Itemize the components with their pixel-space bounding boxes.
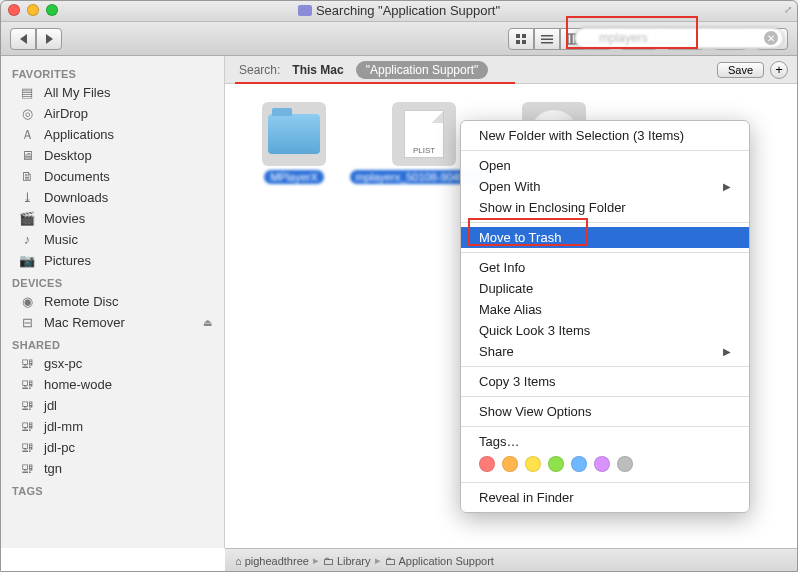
menu-get-info[interactable]: Get Info bbox=[461, 257, 749, 278]
shared-header: SHARED bbox=[0, 333, 224, 353]
sidebar-item-documents[interactable]: 🗎Documents bbox=[0, 166, 224, 187]
close-button[interactable] bbox=[8, 4, 20, 16]
scope-this-mac[interactable]: This Mac bbox=[292, 63, 343, 77]
sidebar-item-mac-remover[interactable]: ⊟Mac Remover⏏ bbox=[0, 312, 224, 333]
scope-folder[interactable]: "Application Support" bbox=[356, 61, 489, 79]
menu-view-options[interactable]: Show View Options bbox=[461, 401, 749, 422]
zoom-button[interactable] bbox=[46, 4, 58, 16]
menu-tags[interactable]: Tags… bbox=[461, 431, 749, 452]
window-controls bbox=[8, 4, 58, 16]
sidebar-item-pictures[interactable]: 📷Pictures bbox=[0, 250, 224, 271]
tags-header: TAGS bbox=[0, 479, 224, 499]
path-bar: ⌂pigheadthree ▸ 🗀Library ▸ 🗀Application … bbox=[225, 548, 798, 572]
folder-icon bbox=[298, 5, 312, 16]
nav-buttons bbox=[10, 28, 62, 50]
add-criteria-button[interactable]: + bbox=[770, 61, 788, 79]
menu-share[interactable]: Share▶ bbox=[461, 341, 749, 362]
sidebar-item-remote-disc[interactable]: ◉Remote Disc bbox=[0, 291, 224, 312]
tag-color[interactable] bbox=[571, 456, 587, 472]
home-icon: ⌂ bbox=[235, 555, 242, 567]
path-appsupport[interactable]: 🗀Application Support bbox=[385, 555, 494, 567]
menu-duplicate[interactable]: Duplicate bbox=[461, 278, 749, 299]
forward-button[interactable] bbox=[36, 28, 62, 50]
svg-rect-5 bbox=[541, 38, 553, 40]
sidebar-item-applications[interactable]: ＡApplications bbox=[0, 124, 224, 145]
file-label: MPlayerX bbox=[264, 170, 324, 184]
menu-reveal-finder[interactable]: Reveal in Finder bbox=[461, 487, 749, 508]
annotation-search-highlight bbox=[566, 16, 698, 49]
disc-icon: ◉ bbox=[18, 295, 36, 309]
path-home[interactable]: ⌂pigheadthree bbox=[235, 555, 309, 567]
sidebar-item-jdl[interactable]: 🖳jdl bbox=[0, 395, 224, 416]
context-menu: New Folder with Selection (3 Items) Open… bbox=[460, 120, 750, 513]
svg-rect-1 bbox=[522, 34, 526, 38]
applications-icon: Ａ bbox=[18, 128, 36, 142]
music-icon: ♪ bbox=[18, 233, 36, 247]
menu-open[interactable]: Open bbox=[461, 155, 749, 176]
menu-make-alias[interactable]: Make Alias bbox=[461, 299, 749, 320]
airdrop-icon: ◎ bbox=[18, 107, 36, 121]
clear-search-button[interactable]: ✕ bbox=[764, 31, 778, 45]
sidebar-item-tgn[interactable]: 🖳tgn bbox=[0, 458, 224, 479]
menu-new-folder[interactable]: New Folder with Selection (3 Items) bbox=[461, 125, 749, 146]
sidebar-item-downloads[interactable]: ⤓Downloads bbox=[0, 187, 224, 208]
tag-color[interactable] bbox=[479, 456, 495, 472]
folder-icon: 🗀 bbox=[323, 555, 334, 567]
icon-view-button[interactable] bbox=[508, 28, 534, 50]
eject-icon[interactable]: ⏏ bbox=[203, 317, 212, 328]
all-files-icon: ▤ bbox=[18, 86, 36, 100]
svg-rect-4 bbox=[541, 35, 553, 37]
plist-icon: PLIST bbox=[404, 110, 444, 158]
movies-icon: 🎬 bbox=[18, 212, 36, 226]
menu-quick-look[interactable]: Quick Look 3 Items bbox=[461, 320, 749, 341]
svg-rect-2 bbox=[516, 40, 520, 44]
window-title-text: Searching "Application Support" bbox=[316, 3, 500, 18]
devices-header: DEVICES bbox=[0, 271, 224, 291]
minimize-button[interactable] bbox=[27, 4, 39, 16]
sidebar-item-gsx-pc[interactable]: 🖳gsx-pc bbox=[0, 353, 224, 374]
chevron-right-icon: ▶ bbox=[723, 346, 731, 357]
sidebar: FAVORITES ▤All My Files ◎AirDrop ＡApplic… bbox=[0, 56, 225, 548]
pc-icon: 🖳 bbox=[18, 462, 36, 476]
window-title: Searching "Application Support" bbox=[298, 3, 500, 18]
disk-icon: ⊟ bbox=[18, 316, 36, 330]
sidebar-item-airdrop[interactable]: ◎AirDrop bbox=[0, 103, 224, 124]
sidebar-item-home-wode[interactable]: 🖳home-wode bbox=[0, 374, 224, 395]
desktop-icon: 🖥 bbox=[18, 149, 36, 163]
sidebar-item-jdl-mm[interactable]: 🖳jdl-mm bbox=[0, 416, 224, 437]
search-scope-bar: Search: This Mac "Application Support" S… bbox=[225, 56, 798, 84]
sidebar-item-jdl-pc[interactable]: 🖳jdl-pc bbox=[0, 437, 224, 458]
menu-show-enclosing[interactable]: Show in Enclosing Folder bbox=[461, 197, 749, 218]
result-plist[interactable]: PLIST mplayerx_50108-9049...758 bbox=[379, 102, 469, 184]
tag-colors bbox=[461, 452, 749, 478]
search-label: Search: bbox=[239, 63, 280, 77]
annotation-trash-highlight bbox=[468, 218, 588, 246]
save-search-button[interactable]: Save bbox=[717, 62, 764, 78]
menu-copy[interactable]: Copy 3 Items bbox=[461, 371, 749, 392]
result-folder[interactable]: MPlayerX bbox=[249, 102, 339, 184]
pc-icon: 🖳 bbox=[18, 357, 36, 371]
tag-color[interactable] bbox=[548, 456, 564, 472]
sidebar-item-music[interactable]: ♪Music bbox=[0, 229, 224, 250]
svg-rect-6 bbox=[541, 42, 553, 44]
fullscreen-icon[interactable]: ⤢ bbox=[784, 4, 792, 15]
tag-color[interactable] bbox=[525, 456, 541, 472]
back-button[interactable] bbox=[10, 28, 36, 50]
tag-color[interactable] bbox=[617, 456, 633, 472]
folder-icon bbox=[268, 114, 320, 154]
menu-open-with[interactable]: Open With▶ bbox=[461, 176, 749, 197]
chevron-right-icon: ▶ bbox=[723, 181, 731, 192]
folder-icon: 🗀 bbox=[385, 555, 396, 567]
sidebar-item-desktop[interactable]: 🖥Desktop bbox=[0, 145, 224, 166]
path-library[interactable]: 🗀Library bbox=[323, 555, 371, 567]
list-view-button[interactable] bbox=[534, 28, 560, 50]
sidebar-item-movies[interactable]: 🎬Movies bbox=[0, 208, 224, 229]
documents-icon: 🗎 bbox=[18, 170, 36, 184]
svg-rect-3 bbox=[522, 40, 526, 44]
sidebar-item-all-my-files[interactable]: ▤All My Files bbox=[0, 82, 224, 103]
pc-icon: 🖳 bbox=[18, 378, 36, 392]
tag-color[interactable] bbox=[594, 456, 610, 472]
pictures-icon: 📷 bbox=[18, 254, 36, 268]
pc-icon: 🖳 bbox=[18, 441, 36, 455]
tag-color[interactable] bbox=[502, 456, 518, 472]
